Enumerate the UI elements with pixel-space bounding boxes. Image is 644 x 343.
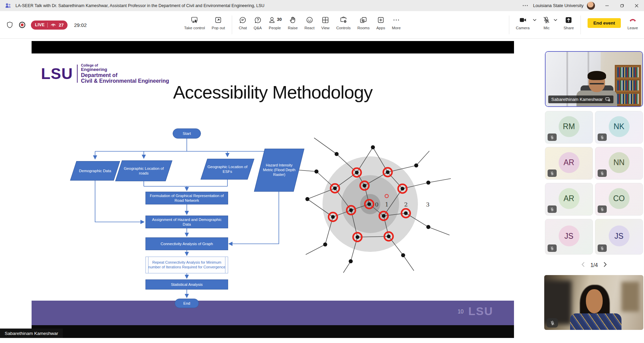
live-badge: LIVE 27: [31, 21, 68, 30]
window-title: LA-SEER Talk with Dr. Sabarethinam Kames…: [15, 3, 264, 8]
speaker-video-tile[interactable]: Sabarethinam Kameshwar: [545, 51, 643, 107]
qa-button[interactable]: Q&A: [250, 15, 265, 31]
pop-out-icon: [214, 16, 222, 24]
camera-options-chevron[interactable]: [533, 15, 537, 23]
flowchart-connectivity: Connectivity Analysis of Graph: [145, 237, 228, 250]
close-button[interactable]: [629, 0, 644, 11]
slide-footer-lsu-logo: LSU: [468, 305, 493, 318]
mic-muted-icon: [550, 135, 554, 140]
mic-options-chevron[interactable]: [554, 15, 558, 23]
minimize-button[interactable]: [600, 0, 614, 11]
controls-icon: [340, 16, 347, 24]
svg-text:2: 2: [404, 201, 408, 208]
shield-icon: [6, 21, 13, 29]
view-icon: [321, 16, 329, 24]
pager-position: 1/4: [590, 262, 598, 268]
raise-hand-icon: [289, 16, 297, 24]
mic-muted-icon: [600, 135, 604, 140]
avatar: CO: [609, 188, 630, 209]
mic-muted-icon: [600, 207, 604, 212]
slide-title: Accessibility Methodology: [32, 82, 514, 103]
share-button[interactable]: Share: [560, 15, 577, 31]
pop-out-button[interactable]: Pop out: [208, 15, 228, 31]
maximize-button[interactable]: [614, 0, 629, 11]
chevron-down-icon: [554, 19, 557, 22]
lsu-logo-acronym: LSU: [41, 68, 73, 80]
mic-button[interactable]: Mic: [539, 15, 554, 31]
mic-muted-icon: [600, 246, 604, 251]
mic-muted-icon: [550, 171, 554, 176]
meeting-toolbar: LIVE 27 29:02 Take control Pop out Chat: [0, 11, 644, 39]
flowchart-start: Start: [173, 128, 201, 139]
leave-button[interactable]: Leave: [626, 15, 640, 31]
titlebar-more-icon[interactable]: [523, 5, 528, 6]
org-name: Louisiana State University: [533, 3, 584, 8]
take-control-button[interactable]: Take control: [181, 15, 208, 31]
mic-muted-badge: [598, 205, 607, 213]
slide-letterbox-top: [32, 41, 514, 53]
attendee-video-tile[interactable]: [544, 275, 643, 330]
chevron-down-icon: [533, 19, 536, 22]
attendee-video: [544, 275, 643, 330]
avatar: NK: [609, 116, 630, 137]
apps-button[interactable]: Apps: [373, 15, 388, 31]
presentation-slide: LSU College of Engineering Department of…: [32, 53, 514, 301]
flowchart-demographic-data: Demographic Data: [70, 161, 120, 181]
speaker-name-label: Sabarethinam Kameshwar: [548, 96, 613, 103]
apps-icon: [377, 16, 385, 24]
take-control-icon: [191, 16, 199, 24]
mic-muted-badge: [547, 318, 558, 328]
raise-hand-button[interactable]: Raise: [285, 15, 301, 31]
meeting-timer: 29:02: [74, 22, 87, 28]
presenter-sharing-icon: [605, 97, 610, 102]
mic-muted-badge: [598, 169, 607, 177]
avatar: JS: [559, 226, 579, 246]
pager-next-chevron[interactable]: [603, 262, 607, 268]
flowchart-geographic-roads: Geographic Location of roads: [115, 160, 172, 181]
mic-muted-badge: [548, 205, 557, 213]
participants-pager: 1/4: [544, 262, 644, 268]
end-event-button[interactable]: End event: [588, 18, 621, 28]
svg-text:T: T: [7, 4, 8, 5]
mic-muted-badge: [548, 244, 557, 252]
participant-tile[interactable]: NN: [595, 147, 643, 180]
participant-tile[interactable]: CO: [595, 183, 643, 216]
participant-tile[interactable]: RM: [545, 111, 593, 144]
rooms-button[interactable]: Rooms: [354, 15, 373, 31]
participant-tile[interactable]: JS: [545, 219, 593, 255]
viewer-count: 27: [59, 23, 63, 28]
mic-muted-icon: [550, 207, 554, 212]
rooms-icon: [359, 16, 367, 24]
flowchart-assignment: Assignment of Hazard and Demographic Dat…: [145, 216, 228, 228]
avatar: JS: [609, 226, 630, 246]
people-icon: [268, 16, 276, 24]
camera-button[interactable]: Camera: [513, 15, 533, 31]
chat-button[interactable]: Chat: [235, 15, 250, 31]
participants-sidebar: Sabarethinam Kameshwar RM NK AR NN AR: [544, 39, 644, 343]
view-button[interactable]: View: [318, 15, 333, 31]
participant-tile[interactable]: NK: [595, 111, 643, 144]
participant-tile[interactable]: JS: [595, 219, 643, 255]
react-button[interactable]: React: [301, 15, 318, 31]
avatar: NN: [609, 152, 630, 173]
mic-muted-icon: [600, 171, 604, 176]
presenter-name-tag: Sabarethinam Kameshwar: [0, 329, 63, 338]
lsu-logo: LSU College of Engineering Department of…: [41, 64, 169, 84]
participant-tile[interactable]: AR: [545, 183, 593, 216]
more-icon: [392, 16, 400, 24]
avatar: AR: [559, 188, 579, 209]
mic-muted-badge: [598, 134, 607, 141]
network-rings-figure: 0 1 2 3: [296, 136, 454, 274]
more-button[interactable]: More: [388, 15, 404, 31]
mic-muted-badge: [598, 244, 607, 252]
react-icon: [306, 16, 313, 24]
svg-text:1: 1: [385, 201, 389, 208]
flowchart-statistical-analysis: Statistical Analysis: [145, 279, 228, 290]
controls-button[interactable]: Controls: [333, 15, 354, 31]
mic-muted-icon: [550, 246, 554, 251]
participant-tile[interactable]: AR: [545, 147, 593, 180]
user-avatar[interactable]: [587, 2, 595, 10]
people-button[interactable]: 30 People: [265, 15, 284, 31]
leave-call-icon: [629, 16, 637, 24]
pager-prev-chevron[interactable]: [581, 262, 585, 268]
